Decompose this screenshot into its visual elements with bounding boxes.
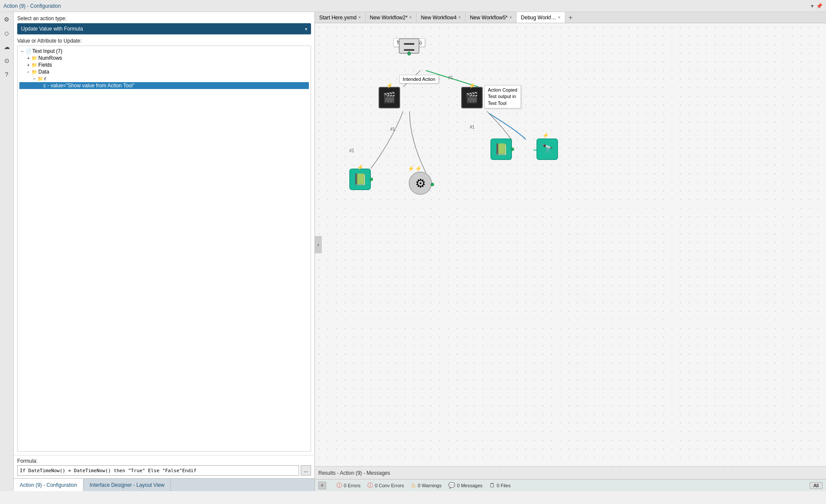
formula-input[interactable] bbox=[17, 465, 299, 476]
status-all-button[interactable]: All bbox=[810, 482, 823, 489]
title-bar: Action (9) - Configuration ▾ 📌 bbox=[0, 0, 826, 12]
lightning-gear2: ⚡ bbox=[415, 166, 425, 172]
svg-text:#1: #1 bbox=[470, 125, 475, 129]
node-binoculars[interactable]: 🔭 ⚡ bbox=[536, 138, 558, 160]
node-intended-label: Intended Action bbox=[399, 75, 439, 83]
formula-ellipsis-button[interactable]: ... bbox=[301, 465, 311, 476]
lightning-intended: ⚡ bbox=[386, 83, 393, 89]
node-intended[interactable]: Intended Action 🎬 ⚡ bbox=[379, 87, 400, 108]
sidebar-icon-circle[interactable]: ⊙ bbox=[1, 55, 12, 66]
canvas-area[interactable]: #1 #1 #1 #1 #1 Text Box (5) ▬▬▬▬ Intende… bbox=[315, 23, 826, 466]
node-intended-body[interactable]: 🎬 ⚡ bbox=[379, 87, 400, 108]
tree-toggle-fields[interactable]: + bbox=[25, 63, 31, 68]
tree-node-r[interactable]: − 📁 r bbox=[19, 75, 309, 82]
lightning-binoculars: ⚡ bbox=[542, 132, 552, 138]
tree-toggle-root[interactable]: − bbox=[19, 49, 25, 54]
select-action-label: Select an action type: bbox=[17, 15, 311, 22]
lightning-gear: ⚡ bbox=[408, 166, 414, 172]
node-copied-label: Action CopiedTest output inText Tool bbox=[484, 85, 521, 108]
results-label: Results - Action (9) - Messages bbox=[318, 470, 390, 476]
tree-node-c[interactable]: c - value="Show value from Action Tool" bbox=[19, 82, 309, 89]
status-warnings: ⚠ 0 Warnings bbox=[411, 482, 441, 489]
node-book1[interactable]: 📗 ⚡ bbox=[349, 169, 371, 190]
node-copied[interactable]: Action CopiedTest output inText Tool 🎬 ⚡ bbox=[461, 87, 483, 108]
results-scroll-icon[interactable]: ≡ bbox=[318, 482, 326, 489]
formula-section: Formula: ... bbox=[14, 455, 314, 478]
formula-label: Formula: bbox=[17, 458, 311, 464]
status-files: 🗒 0 Files bbox=[490, 482, 511, 489]
tree-node-data-label: Data bbox=[38, 69, 49, 75]
tab-bar: Start Here.yxmd × New Workflow2* × New W… bbox=[315, 12, 826, 23]
node-book1-body[interactable]: 📗 ⚡ bbox=[349, 169, 371, 190]
message-icon: 💬 bbox=[448, 482, 455, 489]
tab-workflow4[interactable]: New Workflow4 × bbox=[416, 12, 465, 23]
sidebar-icons: ⚙ ◇ ☁ ⊙ ? bbox=[0, 12, 14, 491]
tree-node-root[interactable]: − 📄 Text Input (7) bbox=[19, 48, 309, 55]
error-icon: ⓘ bbox=[336, 482, 342, 489]
bottom-tab-config[interactable]: Action (9) - Configuration bbox=[14, 479, 83, 491]
status-errors: ⓘ 0 Errors bbox=[336, 482, 361, 489]
tree-toggle-data[interactable]: − bbox=[25, 70, 31, 74]
bottom-tabs: Action (9) - Configuration Interface Des… bbox=[14, 478, 314, 491]
node-book2[interactable]: 📗 bbox=[490, 138, 512, 160]
tab-close-start-here[interactable]: × bbox=[358, 15, 361, 20]
node-textbox-body[interactable]: ▬▬▬▬ bbox=[399, 38, 419, 54]
canvas-scroll-left[interactable]: ‹ bbox=[315, 236, 322, 253]
tab-close-workflow5[interactable]: × bbox=[509, 15, 512, 20]
svg-text:#1: #1 bbox=[448, 75, 453, 80]
tab-close-workflow2[interactable]: × bbox=[409, 15, 412, 20]
node-book2-body[interactable]: 📗 bbox=[490, 138, 512, 160]
sidebar-icon-diamond[interactable]: ◇ bbox=[1, 28, 12, 39]
tab-debug[interactable]: Debug Workf… × bbox=[517, 12, 565, 23]
tab-add-button[interactable]: + bbox=[565, 14, 576, 22]
node-gear-body[interactable]: ⚙ bbox=[409, 172, 432, 195]
sidebar-icon-settings[interactable]: ⚙ bbox=[1, 14, 12, 25]
node-copied-body[interactable]: 🎬 ⚡ bbox=[461, 87, 483, 108]
errors-count: 0 Errors bbox=[344, 483, 361, 488]
lightning-book1: ⚡ bbox=[357, 164, 364, 170]
tab-close-workflow4[interactable]: × bbox=[458, 15, 461, 20]
sidebar-icon-cloud[interactable]: ☁ bbox=[1, 41, 12, 52]
status-bar: ≡ ⓘ 0 Errors ⓘ 0 Conv Errors ⚠ 0 Warning… bbox=[315, 479, 826, 491]
lightning-copied: ⚡ bbox=[469, 83, 475, 89]
tree-node-numrows[interactable]: + 📁 NumRows bbox=[19, 55, 309, 61]
dropdown-icon[interactable]: ▾ bbox=[811, 3, 814, 9]
dropdown-arrow-icon: ▾ bbox=[305, 27, 307, 31]
action-type-value: Update Value with Formula bbox=[21, 26, 83, 32]
node-binoculars-body[interactable]: 🔭 bbox=[536, 138, 558, 160]
status-conv-errors: ⓘ 0 Conv Errors bbox=[367, 482, 404, 489]
tree-toggle-numrows[interactable]: + bbox=[25, 56, 31, 61]
tree-node-data[interactable]: − 📁 Data bbox=[19, 68, 309, 75]
tree-node-numrows-label: NumRows bbox=[38, 55, 62, 61]
value-attr-label: Value or Attribute to Update: bbox=[17, 38, 311, 44]
svg-text:#1: #1 bbox=[349, 148, 354, 153]
pin-icon[interactable]: 📌 bbox=[816, 3, 823, 9]
conv-errors-count: 0 Conv Errors bbox=[375, 483, 404, 488]
tree-toggle-r[interactable]: − bbox=[31, 77, 37, 81]
status-messages: 💬 0 Messages bbox=[448, 482, 482, 489]
files-count: 0 Files bbox=[497, 483, 511, 488]
tab-workflow2[interactable]: New Workflow2* × bbox=[366, 12, 417, 23]
node-textbox[interactable]: Text Box (5) ▬▬▬▬ bbox=[399, 38, 419, 54]
action-type-dropdown[interactable]: Update Value with Formula ▾ bbox=[17, 23, 311, 34]
results-bar: Results - Action (9) - Messages bbox=[315, 466, 826, 479]
tab-close-debug[interactable]: × bbox=[558, 15, 561, 20]
bottom-tab-designer[interactable]: Interface Designer - Layout View bbox=[83, 479, 171, 491]
tab-start-here[interactable]: Start Here.yxmd × bbox=[315, 12, 366, 23]
tab-workflow5[interactable]: New Workflow5* × bbox=[465, 12, 517, 23]
tree-node-r-label: r bbox=[44, 76, 46, 82]
conv-error-icon: ⓘ bbox=[367, 482, 373, 489]
warning-icon: ⚠ bbox=[411, 482, 416, 489]
tree-node-c-label: c - value="Show value from Action Tool" bbox=[43, 83, 134, 89]
file-icon: 🗒 bbox=[490, 482, 495, 489]
right-panel: Start Here.yxmd × New Workflow2* × New W… bbox=[315, 12, 826, 491]
warnings-count: 0 Warnings bbox=[418, 483, 441, 488]
node-textbox-port-green bbox=[407, 52, 411, 55]
tree-node-fields-label: Fields bbox=[38, 62, 52, 68]
sidebar-icon-help[interactable]: ? bbox=[1, 69, 12, 80]
messages-count: 0 Messages bbox=[457, 483, 482, 488]
tree-area[interactable]: − 📄 Text Input (7) + 📁 NumRows + bbox=[17, 46, 311, 452]
node-gear-port-right bbox=[431, 183, 434, 186]
node-gear[interactable]: ⚡ ⚡ ⚙ bbox=[409, 172, 432, 195]
tree-node-fields[interactable]: + 📁 Fields bbox=[19, 61, 309, 68]
